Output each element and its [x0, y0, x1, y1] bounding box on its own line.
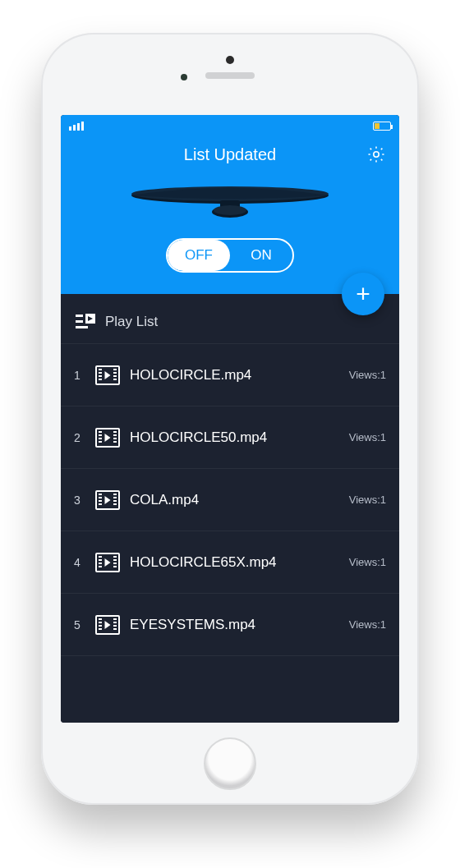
item-name: EYESYSTEMS.mp4 [130, 617, 339, 633]
playlist-title: Play List [105, 314, 158, 330]
phone-camera [226, 56, 234, 64]
add-button[interactable]: + [342, 273, 384, 315]
playlist-area: Play List 1HOLOCIRCLE.mp4Views:12HOLOCIR… [61, 294, 399, 723]
signal-icon [69, 122, 84, 131]
item-index: 3 [74, 494, 85, 507]
item-name: HOLOCIRCLE50.mp4 [130, 429, 339, 446]
list-item[interactable]: 5EYESYSTEMS.mp4Views:1 [61, 594, 399, 656]
item-index: 1 [74, 369, 85, 382]
list-item[interactable]: 2HOLOCIRCLE50.mp4Views:1 [61, 406, 399, 469]
video-file-icon [95, 553, 120, 572]
status-bar [61, 115, 399, 136]
phone-proximity-sensor [181, 74, 187, 80]
item-index: 2 [74, 431, 85, 444]
item-views: Views:1 [349, 556, 386, 568]
phone-frame: List Updated [41, 33, 419, 805]
svg-point-5 [214, 205, 246, 215]
item-name: HOLOCIRCLE.mp4 [130, 367, 339, 383]
screen: List Updated [61, 115, 399, 723]
toggle-on-label: ON [230, 240, 292, 271]
item-views: Views:1 [349, 369, 386, 381]
item-views: Views:1 [349, 618, 386, 631]
video-file-icon [95, 490, 120, 510]
list-item[interactable]: 4HOLOCIRCLE65X.mp4Views:1 [61, 531, 399, 594]
item-views: Views:1 [349, 494, 386, 506]
power-toggle[interactable]: OFF ON [166, 238, 294, 273]
svg-point-0 [374, 152, 379, 157]
video-file-icon [95, 615, 120, 635]
phone-speaker [205, 72, 255, 79]
playlist-items: 1HOLOCIRCLE.mp4Views:12HOLOCIRCLE50.mp4V… [61, 344, 399, 656]
item-views: Views:1 [349, 431, 386, 443]
video-file-icon [95, 428, 120, 448]
svg-rect-7 [76, 320, 83, 323]
item-name: COLA.mp4 [130, 492, 339, 508]
svg-rect-8 [76, 326, 88, 328]
item-index: 5 [74, 618, 85, 631]
title-row: List Updated [61, 136, 399, 172]
video-file-icon [95, 365, 120, 385]
playlist-icon [76, 314, 95, 330]
item-name: HOLOCIRCLE65X.mp4 [130, 554, 339, 571]
battery-icon [373, 122, 391, 131]
header: List Updated [61, 115, 399, 294]
device-image [61, 177, 399, 227]
item-index: 4 [74, 556, 85, 569]
list-item[interactable]: 3COLA.mp4Views:1 [61, 469, 399, 531]
list-item[interactable]: 1HOLOCIRCLE.mp4Views:1 [61, 344, 399, 406]
page-title: List Updated [184, 145, 276, 164]
svg-rect-6 [76, 315, 83, 317]
settings-button[interactable] [366, 145, 386, 164]
plus-icon: + [356, 280, 370, 308]
toggle-off-label: OFF [168, 240, 230, 271]
home-button[interactable] [204, 737, 256, 790]
